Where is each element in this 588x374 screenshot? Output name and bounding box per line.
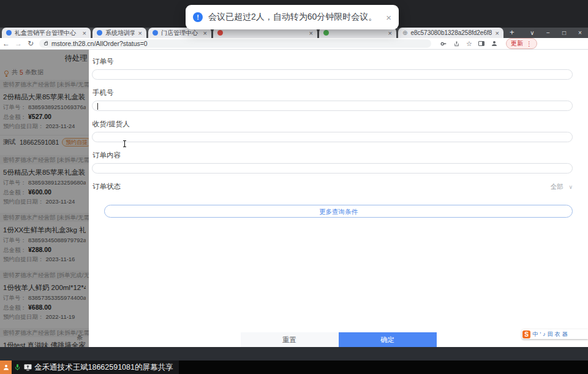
tab-gift-admin[interactable]: 礼盒营销平台管理中心 × — [2, 28, 91, 38]
status-row: 订单状态 全部 ∨ — [92, 182, 573, 191]
url-text: mstore.th28.cn/AllOrder?status=0 — [51, 40, 148, 47]
screen-share-bar: 金禾通技术王斌18662591081的屏幕共享 — [0, 361, 588, 374]
tab-favicon — [153, 30, 158, 36]
globe-favicon: ⊕ — [402, 30, 407, 36]
reload-button[interactable]: ↻ — [24, 39, 37, 48]
share-icon[interactable] — [453, 40, 460, 47]
avatar — [0, 361, 12, 374]
minimize-button[interactable]: − — [540, 29, 556, 36]
tab-close-icon[interactable]: × — [496, 29, 499, 37]
sogou-toolbox-icon[interactable]: 器 — [562, 329, 568, 339]
profile-avatar-icon[interactable] — [491, 40, 498, 47]
tab-close-icon[interactable]: × — [203, 29, 207, 37]
bookmark-star-icon[interactable]: ☆ — [466, 40, 472, 48]
address-bar[interactable]: mstore.th28.cn/AllOrder?status=0 — [39, 39, 431, 48]
search-form: 订单号 手机号 收货/提货人 订单内容 订单状态 全部 ∨ 更多查 — [89, 50, 588, 218]
more-conditions-button[interactable]: 更多查询条件 — [104, 205, 573, 218]
mouse-cursor-ibeam — [123, 140, 127, 148]
status-field-label: 订单状态 — [92, 182, 121, 191]
key-icon[interactable] — [440, 40, 447, 47]
microphone-icon — [14, 364, 21, 372]
side-panel-icon[interactable] — [478, 41, 484, 46]
tab-label: 系统培训学习 — [105, 29, 135, 37]
tab-close-icon[interactable]: × — [309, 29, 313, 37]
tab-label: 礼盒营销平台管理中心 — [15, 29, 79, 37]
person-icon — [2, 364, 10, 371]
chrome-update-button[interactable]: 更新 ⋮ — [506, 38, 537, 49]
screen: 礼盒营销平台管理中心 × 系统培训学习 × 门店管理中心 × × × ⊕ e8c… — [0, 0, 588, 374]
page-content: 待处理 共 5 条数据 密特罗德水产经营部 [未拆单/无需拆单] 2份精品大果8… — [0, 50, 588, 347]
sogou-skin-icon[interactable]: 衣 — [555, 329, 560, 339]
reset-button[interactable]: 重置 — [241, 332, 339, 347]
tab-favicon — [6, 30, 12, 36]
order-no-input[interactable] — [92, 69, 573, 80]
sogou-mode-icon[interactable]: 中 — [533, 329, 538, 339]
receiver-input[interactable] — [92, 132, 573, 142]
window-close-button[interactable]: × — [572, 29, 588, 36]
order-search-drawer: 订单号 手机号 收货/提货人 订单内容 订单状态 全部 ∨ 更多查 — [89, 50, 588, 347]
chevron-down-icon: ∨ — [568, 184, 573, 190]
order-list-sidebar: 待处理 共 5 条数据 密特罗德水产经营部 [未拆单/无需拆单] 2份精品大果8… — [0, 50, 89, 347]
forward-button[interactable]: → — [12, 39, 24, 48]
tab-label: 门店管理中心 — [161, 29, 200, 37]
receiver-field-label: 收货/提货人 — [92, 120, 573, 129]
new-tab-button[interactable]: + — [510, 28, 514, 37]
confirm-button[interactable]: 确定 — [339, 332, 437, 347]
status-select[interactable]: 全部 ∨ — [550, 183, 573, 191]
browser-toolbar: ← → ↻ mstore.th28.cn/AllOrder?status=0 ☆… — [0, 38, 588, 50]
tab-close-icon[interactable]: × — [388, 29, 392, 37]
meeting-toast: ! 会议已超过2人，自动转为60分钟限时会议。 × — [186, 5, 399, 29]
text-caret — [97, 103, 98, 110]
share-status-chip: 金禾通技术王斌18662591081的屏幕共享 — [12, 361, 179, 374]
tab-favicon — [323, 30, 329, 36]
tab-training[interactable]: 系统培训学习 × — [92, 28, 146, 38]
screen-share-icon — [24, 364, 32, 371]
modal-dim-overlay — [0, 50, 89, 347]
tab-label: e8c573080b1328a258fd2e6f8 — [410, 29, 491, 36]
maximize-button[interactable]: □ — [556, 29, 572, 36]
toast-close-icon[interactable]: × — [382, 12, 391, 23]
sogou-logo-icon[interactable]: S — [522, 330, 530, 338]
taskbar-strip — [0, 347, 588, 361]
lock-icon — [44, 42, 48, 45]
tab-favicon — [217, 30, 223, 36]
update-label: 更新 — [511, 39, 523, 48]
tab-close-icon[interactable]: × — [138, 29, 142, 37]
toast-message: 会议已超过2人，自动转为60分钟限时会议。 — [208, 12, 377, 23]
tab-hash[interactable]: ⊕ e8c573080b1328a258fd2e6f8 × — [398, 28, 503, 38]
sogou-input-bar[interactable]: S 中 ' ♪ 田 衣 器 — [522, 329, 588, 339]
toolbar-icons: ☆ — [437, 40, 501, 48]
info-icon: ! — [193, 12, 203, 22]
window-controls: ∨ − □ × — [524, 28, 588, 38]
sogou-symbol-icon[interactable]: ' — [540, 329, 541, 339]
tab-close-icon[interactable]: × — [83, 29, 86, 37]
drawer-footer: 重置 确定 — [89, 332, 588, 347]
status-value: 全部 — [550, 183, 563, 190]
kebab-menu-icon[interactable]: ⋮ — [526, 40, 532, 47]
tab-search-icon[interactable]: ∨ — [524, 29, 540, 36]
phone-field-label: 手机号 — [92, 88, 573, 97]
sogou-voice-icon[interactable]: ♪ — [543, 329, 546, 339]
order-no-field-label: 订单号 — [92, 57, 573, 66]
content-field-label: 订单内容 — [92, 151, 573, 160]
share-text: 金禾通技术王斌18662591081的屏幕共享 — [34, 362, 173, 373]
phone-input[interactable] — [92, 101, 573, 111]
tab-favicon — [97, 30, 102, 36]
sogou-keyboard-icon[interactable]: 田 — [548, 329, 553, 339]
back-button[interactable]: ← — [0, 39, 12, 48]
content-input[interactable] — [92, 163, 573, 174]
